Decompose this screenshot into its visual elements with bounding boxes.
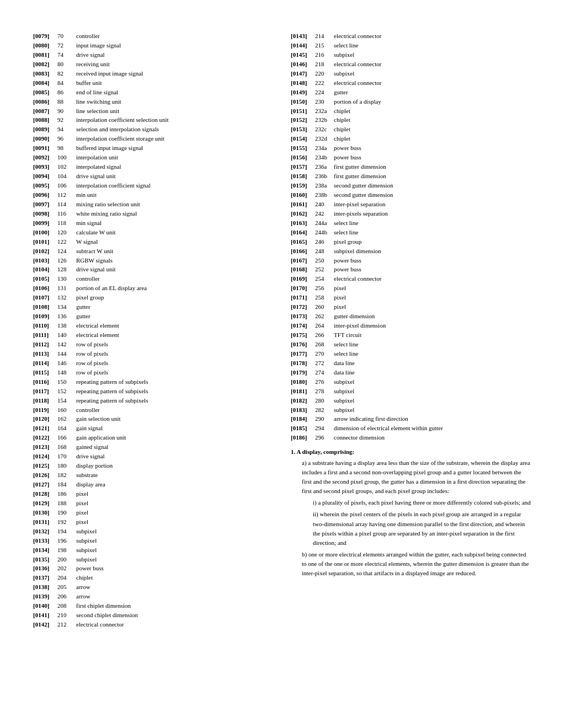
list-item: [0157]236afirst gutter dimension: [291, 163, 532, 172]
list-item: [0107]132pixel group: [33, 293, 274, 302]
reference-tag: [0131]: [33, 518, 54, 527]
reference-tag: [0085]: [33, 88, 54, 97]
reference-tag: [0098]: [33, 210, 54, 218]
ref-description: gained signal: [76, 443, 274, 452]
ref-number: 196: [57, 537, 73, 545]
ref-number: 134: [57, 303, 73, 312]
ref-number: 202: [57, 564, 73, 573]
reference-tag: [0158]: [291, 172, 312, 181]
ref-description: line switching unit: [76, 98, 274, 106]
ref-description: electrical connector: [334, 60, 532, 69]
ref-description: chiplet: [334, 135, 532, 143]
ref-number: 146: [57, 359, 73, 368]
ref-description: repeating pattern of subpixels: [76, 397, 274, 405]
ref-number: 116: [57, 210, 73, 218]
ref-description: subpixel: [334, 51, 532, 60]
ref-description: gutter: [76, 312, 274, 321]
ref-description: subpixel: [76, 527, 274, 536]
ref-description: drive signal unit: [76, 172, 274, 181]
ref-description: gutter: [334, 88, 532, 97]
ref-description: select line: [334, 41, 532, 50]
reference-tag: [0101]: [33, 238, 54, 247]
ref-description: select line: [334, 228, 532, 237]
ref-description: electrical connector: [334, 275, 532, 283]
ref-description: RGBW signals: [76, 256, 274, 265]
reference-tag: [0156]: [291, 153, 312, 162]
list-item: [0164]244bselect line: [291, 228, 532, 237]
ref-number: 124: [57, 247, 73, 256]
reference-tag: [0179]: [291, 368, 312, 377]
ref-description: electrical element: [76, 322, 274, 330]
reference-tag: [0103]: [33, 256, 54, 265]
reference-tag: [0147]: [291, 69, 312, 78]
ref-number: 74: [57, 51, 73, 60]
ref-description: controller: [76, 275, 274, 283]
reference-tag: [0166]: [291, 247, 312, 256]
list-item: [0094]104drive signal unit: [33, 172, 274, 181]
list-item: [0181]278subpixel: [291, 387, 532, 396]
ref-number: 234b: [315, 153, 331, 162]
ref-description: portion of an EL display area: [76, 284, 274, 293]
list-item: [0169]254electrical connector: [291, 275, 532, 283]
list-item: [0122]166gain application unit: [33, 433, 274, 442]
ref-description: line selection unit: [76, 107, 274, 116]
ref-number: 232a: [315, 107, 331, 116]
reference-tag: [0155]: [291, 144, 312, 153]
reference-tag: [0102]: [33, 247, 54, 256]
reference-tag: [0082]: [33, 60, 54, 69]
ref-number: 220: [315, 69, 331, 78]
list-item: [0175]266TFT circuit: [291, 331, 532, 340]
reference-tag: [0172]: [291, 303, 312, 312]
reference-tag: [0185]: [291, 424, 312, 433]
ref-description: W signal: [76, 238, 274, 247]
ref-number: 216: [315, 51, 331, 60]
list-item: [0093]102interpolated signal: [33, 163, 274, 172]
list-item: [0158]236bfirst gutter dimension: [291, 172, 532, 181]
ref-description: electrical connector: [334, 79, 532, 88]
reference-tag: [0136]: [33, 564, 54, 573]
list-item: [0133]196subpixel: [33, 537, 274, 545]
ref-description: pixel: [76, 508, 274, 517]
ref-number: 246: [315, 238, 331, 247]
ref-description: pixel: [76, 499, 274, 508]
ref-description: select line: [334, 219, 532, 228]
ref-number: 208: [57, 602, 73, 611]
list-item: [0119]160controller: [33, 406, 274, 415]
ref-description: gain signal: [76, 424, 274, 433]
reference-tag: [0087]: [33, 107, 54, 116]
list-item: [0117]152repeating pattern of subpixels: [33, 387, 274, 396]
list-item: [0099]118min signal: [33, 219, 274, 228]
ref-number: 238b: [315, 191, 331, 200]
ref-number: 112: [57, 191, 73, 200]
ref-number: 244b: [315, 228, 331, 237]
list-item: [0173]262gutter dimension: [291, 312, 532, 321]
reference-tag: [0175]: [291, 331, 312, 340]
ref-number: 234a: [315, 144, 331, 153]
list-item: [0126]182substrate: [33, 471, 274, 480]
reference-tag: [0159]: [291, 181, 312, 190]
list-item: [0185]294dimension of electrical element…: [291, 424, 532, 433]
list-item: [0105]130controller: [33, 275, 274, 283]
ref-description: min unit: [76, 191, 274, 200]
ref-number: 240: [315, 200, 331, 209]
ref-description: pixel: [76, 518, 274, 527]
list-item: [0092]100interpolation unit: [33, 153, 274, 162]
reference-tag: [0135]: [33, 555, 54, 564]
ref-description: gutter dimension: [334, 312, 532, 321]
reference-tag: [0125]: [33, 462, 54, 470]
ref-number: 82: [57, 69, 73, 78]
ref-number: 162: [57, 415, 73, 424]
list-item: [0135]200subpixel: [33, 555, 274, 564]
ref-description: power buss: [334, 265, 532, 274]
ref-description: pixel group: [334, 238, 532, 247]
ref-description: subpixel: [76, 555, 274, 564]
ref-number: 194: [57, 527, 73, 536]
list-item: [0162]242inter-pixels separation: [291, 210, 532, 218]
reference-tag: [0091]: [33, 144, 54, 153]
reference-tag: [0151]: [291, 107, 312, 116]
list-item: [0081]74drive signal: [33, 51, 274, 60]
ref-description: buffered input image signal: [76, 144, 274, 153]
list-item: [0156]234bpower buss: [291, 153, 532, 162]
ref-description: TFT circuit: [334, 331, 532, 340]
reference-tag: [0097]: [33, 200, 54, 209]
